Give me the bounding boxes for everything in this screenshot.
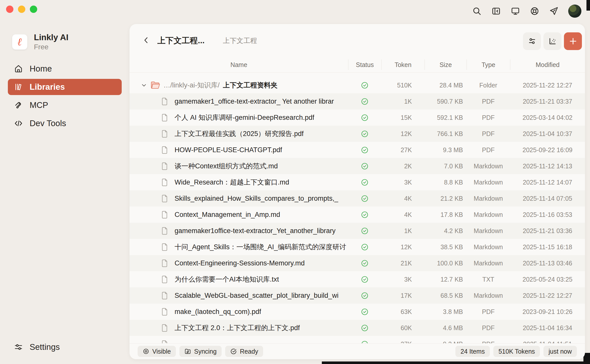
status-ok-icon	[361, 114, 369, 122]
collapse-sidebar-icon[interactable]	[491, 6, 501, 16]
chevron-down-icon[interactable]	[141, 82, 147, 88]
size-cell: 68.5 KB	[425, 292, 467, 299]
logo-letter: ℓ	[17, 37, 22, 47]
sidebar-item-settings[interactable]: Settings	[14, 342, 60, 352]
status-ok-icon	[361, 211, 369, 219]
topbar	[472, 5, 581, 18]
status-cell	[348, 292, 381, 300]
column-header-status[interactable]: Status	[348, 59, 381, 70]
token-cell: 27K	[381, 340, 425, 344]
sidebar-item-home[interactable]: Home	[8, 61, 122, 77]
table-row[interactable]: 谈一种Context组织方式的范式.md 2K 7.0 KB Markdown …	[130, 158, 585, 174]
modified-cell: 2025-11-13 03:46	[510, 260, 585, 267]
modified-cell: 2025-11-21 03:36	[510, 227, 585, 235]
name-cell: Wide_Research：超越上下文窗口.md	[130, 174, 348, 190]
type-cell: PDF	[467, 98, 510, 105]
name-cell: 个人 AI 知识库调研-gemini-DeepResearch.pdf	[130, 109, 348, 126]
type-cell: PDF	[467, 130, 510, 138]
breadcrumb: 上下文工程	[223, 36, 257, 45]
sidebar-item-mcp[interactable]: MCP	[8, 97, 122, 113]
modified-cell: 2025-11-04 16:34	[510, 324, 585, 332]
status-cell	[348, 130, 381, 138]
name-cell: gamemaker1_office-text-extractor_ Yet an…	[130, 93, 348, 109]
table-row[interactable]: 27K 9.3 MB PDF 2025-11-04 11:51	[130, 336, 585, 343]
table-row[interactable]: Context-Engineering-Sessions-Memory.md 2…	[130, 255, 585, 271]
add-button[interactable]	[564, 32, 582, 50]
syncing-chip[interactable]: Syncing	[179, 346, 222, 357]
ready-chip[interactable]: Ready	[225, 346, 263, 357]
table-row[interactable]: Wide_Research：超越上下文窗口.md 3K 8.8 KB Markd…	[130, 174, 585, 190]
display-icon[interactable]	[511, 6, 520, 16]
back-button[interactable]	[141, 35, 152, 46]
token-cell: 1K	[381, 98, 425, 105]
lifebuoy-icon[interactable]	[530, 6, 539, 16]
modified-cell: 2025-11-12 14:13	[510, 163, 585, 170]
size-cell: 8.8 KB	[425, 179, 467, 186]
name-cell: make_(laotech_qq_com).pdf	[130, 304, 348, 320]
folder-sync-icon	[184, 348, 191, 355]
table-row[interactable]: 为什么你需要一个AI本地知识库.txt 3K 12.7 KB TXT 2025-…	[130, 271, 585, 287]
table-row[interactable]: Skills_explained_How_Skills_compares_to_…	[130, 190, 585, 207]
column-header-type[interactable]: Type	[467, 59, 510, 70]
row-name: 个人 AI 知识库调研-gemini-DeepResearch.pdf	[175, 113, 314, 122]
column-header-size[interactable]: Size	[425, 59, 467, 70]
table-row[interactable]: make_(laotech_qq_com).pdf 63K 3.8 MB PDF…	[130, 304, 585, 320]
table-row[interactable]: 上下文工程 2.0：上下文工程的上下文.pdf 60K 4.6 MB PDF 2…	[130, 320, 585, 336]
modified-cell: 2025-03-14 04:02	[510, 114, 585, 121]
scatter-view-button[interactable]	[543, 32, 561, 50]
status-cell	[348, 276, 381, 283]
close-window-button[interactable]	[6, 6, 13, 13]
page-title: 上下文工程...	[157, 35, 205, 46]
status-ok-icon	[361, 81, 369, 89]
table-row[interactable]: gamemaker1_office-text-extractor_ Yet an…	[130, 93, 585, 109]
table-row[interactable]: gamemaker1office-text-extractor_Yet_anot…	[130, 223, 585, 239]
type-cell: TXT	[467, 276, 510, 283]
search-icon[interactable]	[472, 6, 482, 16]
column-header-name[interactable]: Name	[130, 59, 348, 70]
status-ok-icon	[361, 195, 369, 202]
table-row[interactable]: Context_Management_in_Amp.md 4K 17.8 KB …	[130, 207, 585, 223]
table-row[interactable]: …/linkly-ai-知识库/ 上下文工程资料夹 510K 28.4 MB F…	[130, 77, 585, 93]
status-ok-icon	[361, 259, 369, 267]
desktop-bleed-bottom-strip	[322, 361, 590, 364]
table-row[interactable]: 个人 AI 知识库调研-gemini-DeepResearch.pdf 15K …	[130, 109, 585, 126]
status-ok-icon	[361, 98, 369, 105]
table-row[interactable]: 十问_Agent_Skills：一场围绕_AI_编码新范式的深度研讨 12K 3…	[130, 239, 585, 255]
file-icon	[161, 227, 168, 235]
token-cell: 15K	[381, 114, 425, 121]
status-cell	[348, 98, 381, 105]
modified-cell: 2025-11-14 07:05	[510, 195, 585, 202]
name-cell: Skills_explained_How_Skills_compares_to_…	[130, 190, 348, 207]
token-cell: 3K	[381, 179, 425, 186]
window-controls	[6, 6, 37, 13]
zoom-window-button[interactable]	[30, 6, 37, 13]
status-cell	[348, 146, 381, 154]
table-row[interactable]: 上下文工程最佳实践（2025）研究报告.pdf 12K 766.1 KB PDF…	[130, 126, 585, 142]
row-name: Skills_explained_How_Skills_compares_to_…	[175, 195, 338, 202]
size-cell: 592.1 KB	[425, 114, 467, 121]
status-ok-icon	[361, 162, 369, 170]
token-cell: 4K	[381, 195, 425, 202]
send-icon[interactable]	[549, 6, 559, 16]
status-ok-icon	[361, 178, 369, 186]
filter-button[interactable]	[523, 32, 541, 50]
table-row[interactable]: HOW-PEOPLE-USE-CHATGPT.pdf 27K 9.3 MB PD…	[130, 142, 585, 158]
type-cell: Markdown	[467, 211, 510, 218]
row-name: 上下文工程 2.0：上下文工程的上下文.pdf	[175, 323, 300, 332]
status-ok-icon	[361, 292, 369, 300]
check-circle-icon	[230, 348, 237, 355]
column-header-token[interactable]: Token	[381, 59, 425, 70]
visible-chip[interactable]: Visible	[138, 346, 176, 357]
file-icon	[161, 276, 168, 283]
file-icon	[161, 340, 168, 344]
sidebar-item-libraries[interactable]: Libraries	[8, 79, 122, 95]
modified-cell: 2025-09-22 16:09	[510, 146, 585, 154]
column-header-modified[interactable]: Modified	[510, 59, 585, 70]
user-avatar[interactable]	[568, 5, 581, 18]
sidebar-item-dev-tools[interactable]: Dev Tools	[8, 115, 122, 131]
table-row[interactable]: Scalable_WebGL-based_scatter_plot_librar…	[130, 287, 585, 304]
type-cell: Folder	[467, 82, 510, 89]
minimize-window-button[interactable]	[18, 6, 25, 13]
plan-badge: Free	[34, 42, 68, 52]
size-cell: 9.3 MB	[425, 146, 467, 154]
